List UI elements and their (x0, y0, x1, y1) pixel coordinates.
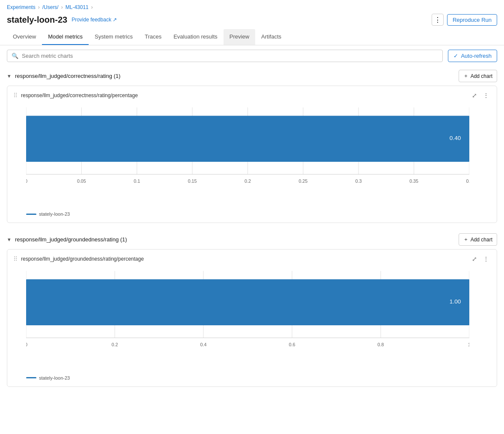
chart-menu-button-groundedness[interactable]: ⋮ (481, 255, 491, 263)
chart-card-groundedness-pct: ⠿ response/llm_judged/groundedness/ratin… (7, 249, 497, 386)
chart-legend-groundedness: stately-loon-23 (13, 375, 491, 380)
fullscreen-button-correctness[interactable]: ⤢ (470, 91, 479, 100)
legend-line-icon-2 (26, 377, 36, 378)
svg-text:0.40: 0.40 (450, 135, 461, 141)
drag-handle-icon-2[interactable]: ⠿ (13, 256, 18, 262)
chart-title-group: ⠿ response/llm_judged/correctness/rating… (13, 92, 138, 99)
section-correctness-title: response/llm_judged/correctness/rating (… (15, 73, 120, 79)
search-input[interactable] (22, 53, 438, 59)
legend-line-icon (26, 214, 36, 215)
search-box: 🔍 (7, 50, 443, 62)
svg-text:1.00: 1.00 (450, 298, 461, 305)
chart-title-groundedness: response/llm_judged/groundedness/rating/… (21, 256, 144, 262)
chart-legend-correctness: stately-loon-23 (13, 211, 491, 217)
breadcrumb-sep-1: › (38, 4, 40, 10)
svg-rect-9 (26, 116, 469, 162)
svg-text:0: 0 (26, 178, 27, 184)
tab-system-metrics[interactable]: System metrics (89, 29, 139, 45)
section-groundedness-title-group: ▾ response/llm_judged/groundedness/ratin… (7, 235, 127, 244)
svg-text:0.15: 0.15 (188, 178, 197, 184)
tab-model-metrics[interactable]: Model metrics (42, 29, 89, 45)
section-groundedness-title: response/llm_judged/groundedness/rating … (15, 236, 127, 243)
breadcrumb: Experiments › /Users/ › ML-43011 › (0, 0, 504, 12)
tab-artifacts[interactable]: Artifacts (255, 29, 287, 45)
breadcrumb-experiments[interactable]: Experiments (7, 4, 36, 10)
tab-preview[interactable]: Preview (224, 29, 255, 45)
toolbar: 🔍 ✓ Auto-refresh (0, 45, 504, 66)
feedback-link[interactable]: Provide feedback ↗ (72, 17, 117, 23)
section-correctness: ▾ response/llm_judged/correctness/rating… (7, 66, 497, 223)
bar-chart-groundedness-svg: 1.00 0 0.2 0.4 0.6 0.8 1 (26, 271, 469, 354)
plus-icon: ＋ (463, 72, 468, 80)
header-right: ⋮ Reproduce Run (432, 14, 497, 26)
tabs-bar: Overview Model metrics System metrics Tr… (0, 29, 504, 45)
breadcrumb-sep-2: › (61, 4, 63, 10)
bar-chart-groundedness-container: 1.00 0 0.2 0.4 0.6 0.8 1 (13, 267, 491, 372)
svg-text:0: 0 (26, 342, 27, 347)
more-options-button[interactable]: ⋮ (432, 14, 444, 26)
breadcrumb-run-id[interactable]: ML-43011 (66, 4, 89, 10)
legend-label-correctness: stately-loon-23 (39, 211, 70, 217)
svg-text:0.05: 0.05 (77, 178, 86, 184)
svg-text:0.1: 0.1 (134, 178, 140, 184)
breadcrumb-users[interactable]: /Users/ (42, 4, 59, 10)
add-chart-correctness-button[interactable]: ＋ Add chart (459, 70, 497, 82)
header-left: stately-loon-23 Provide feedback ↗ (7, 15, 117, 25)
external-link-icon: ↗ (113, 17, 117, 23)
tab-overview[interactable]: Overview (7, 29, 42, 45)
bar-chart-correctness-svg: 0.40 0 0.05 0.1 0.15 0.2 0.25 0.3 0.35 0… (26, 107, 469, 191)
plus-icon-2: ＋ (463, 236, 468, 243)
section-groundedness: ▾ response/llm_judged/groundedness/ratin… (7, 230, 497, 386)
chart-card-correctness-header: ⠿ response/llm_judged/correctness/rating… (13, 91, 491, 100)
legend-label-groundedness: stately-loon-23 (39, 375, 70, 380)
svg-text:0.2: 0.2 (112, 342, 118, 347)
svg-text:0.4: 0.4 (200, 342, 207, 347)
chart-menu-button-correctness[interactable]: ⋮ (481, 91, 491, 100)
page-title: stately-loon-23 (7, 15, 67, 25)
checkmark-icon: ✓ (453, 53, 458, 59)
chart-actions-groundedness: ⤢ ⋮ (470, 255, 491, 263)
tab-evaluation-results[interactable]: Evaluation results (167, 29, 224, 45)
section-title-group: ▾ response/llm_judged/correctness/rating… (7, 72, 120, 80)
page-header: stately-loon-23 Provide feedback ↗ ⋮ Rep… (0, 12, 504, 29)
search-icon: 🔍 (12, 53, 18, 59)
svg-rect-27 (26, 279, 469, 325)
breadcrumb-sep-3: › (91, 4, 93, 10)
svg-text:1: 1 (468, 342, 469, 347)
svg-text:0.4: 0.4 (466, 178, 469, 184)
tab-traces[interactable]: Traces (139, 29, 167, 45)
chart-card-correctness-pct: ⠿ response/llm_judged/correctness/rating… (7, 86, 497, 223)
chart-card-groundedness-header: ⠿ response/llm_judged/groundedness/ratin… (13, 255, 491, 263)
chart-title-correctness: response/llm_judged/correctness/rating/p… (21, 92, 138, 98)
svg-text:0.6: 0.6 (289, 342, 295, 347)
reproduce-run-button[interactable]: Reproduce Run (447, 14, 497, 26)
collapse-correctness-button[interactable]: ▾ (7, 72, 12, 80)
auto-refresh-button[interactable]: ✓ Auto-refresh (448, 50, 497, 62)
section-correctness-header: ▾ response/llm_judged/correctness/rating… (7, 66, 497, 86)
section-groundedness-header: ▾ response/llm_judged/groundedness/ratin… (7, 230, 497, 249)
chart-groundedness-title-group: ⠿ response/llm_judged/groundedness/ratin… (13, 256, 144, 262)
bar-chart-correctness-container: 0.40 0 0.05 0.1 0.15 0.2 0.25 0.3 0.35 0… (13, 103, 491, 208)
chart-actions: ⤢ ⋮ (470, 91, 491, 100)
drag-handle-icon[interactable]: ⠿ (13, 92, 18, 99)
fullscreen-button-groundedness[interactable]: ⤢ (470, 255, 479, 263)
svg-text:0.35: 0.35 (409, 178, 418, 184)
svg-text:0.8: 0.8 (378, 342, 384, 347)
svg-text:0.2: 0.2 (245, 178, 251, 184)
svg-text:0.3: 0.3 (355, 178, 362, 184)
add-chart-groundedness-button[interactable]: ＋ Add chart (459, 233, 497, 246)
svg-text:0.25: 0.25 (298, 178, 307, 184)
collapse-groundedness-button[interactable]: ▾ (7, 235, 12, 244)
